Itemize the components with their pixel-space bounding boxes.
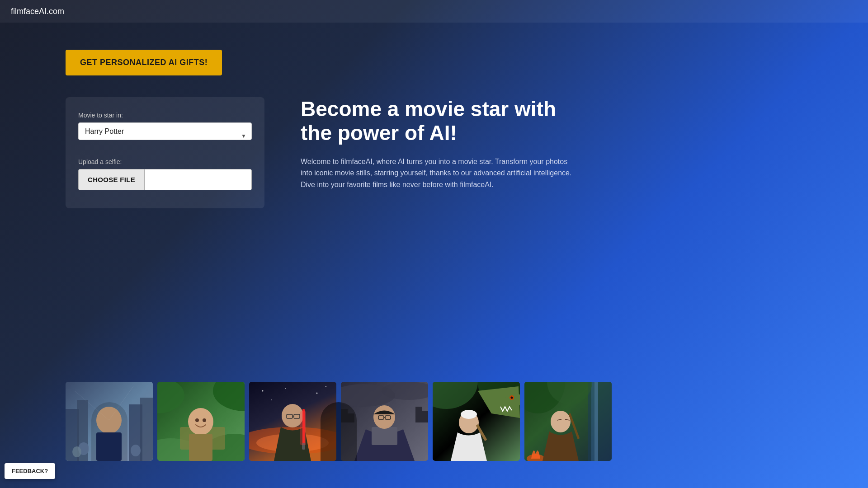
hero-description: Welcome to filmfaceAI, where AI turns yo… [301,156,581,191]
svg-rect-33 [300,411,306,445]
main-content: GET PERSONALIZED AI GIFTS! Movie to star… [0,23,868,488]
svg-point-10 [131,445,141,456]
svg-rect-44 [372,427,397,445]
svg-rect-59 [588,382,612,461]
hero-title: Become a movie star with the power of AI… [301,97,581,145]
svg-point-18 [188,408,213,435]
gallery-item-5 [433,382,520,461]
gallery-item-6 [524,382,612,461]
content-row: Movie to star in: Harry Potter Star Wars… [66,97,868,208]
svg-point-29 [271,399,272,400]
svg-rect-61 [594,382,598,461]
svg-point-26 [285,388,286,389]
svg-point-27 [316,393,318,394]
gallery-image-6 [524,382,612,461]
file-name-display [145,169,251,190]
gallery-inner-5 [433,382,520,461]
svg-rect-6 [96,432,122,461]
gallery [66,382,612,461]
svg-point-25 [262,390,264,392]
svg-point-56 [461,410,477,419]
svg-point-11 [72,446,81,457]
svg-rect-4 [140,398,153,461]
header: filmfaceAI.com [0,0,868,23]
svg-point-45 [373,405,395,429]
movie-select[interactable]: Harry Potter Star Wars Jurassic Park Ave… [78,122,252,140]
movie-select-wrapper: Harry Potter Star Wars Jurassic Park Ave… [78,122,252,149]
gallery-inner-6 [524,382,612,461]
svg-point-65 [551,411,571,432]
svg-point-21 [203,418,206,422]
gallery-item-1 [66,382,153,461]
gallery-image-5 [433,382,520,461]
gallery-image-1 [66,382,153,461]
feedback-button[interactable]: FEEDBACK? [5,463,55,479]
svg-point-5 [96,407,122,434]
gallery-image-2 [157,382,245,461]
movie-label: Movie to star in: [78,112,252,119]
svg-rect-43 [420,411,428,422]
gallery-inner-2 [157,382,245,461]
choose-file-button[interactable]: CHOOSE FILE [79,169,145,190]
gallery-item-2 [157,382,245,461]
cta-button[interactable]: GET PERSONALIZED AI GIFTS! [66,50,222,75]
file-input-row: CHOOSE FILE [78,169,252,190]
svg-point-28 [326,386,326,387]
svg-point-54 [511,397,513,399]
upload-label: Upload a selfie: [78,158,252,165]
site-logo: filmfaceAI.com [11,7,64,16]
svg-rect-19 [189,434,212,461]
hero-text: Become a movie star with the power of AI… [301,97,868,191]
form-panel: Movie to star in: Harry Potter Star Wars… [66,97,264,208]
gallery-inner-1 [66,382,153,461]
svg-point-20 [195,418,199,422]
